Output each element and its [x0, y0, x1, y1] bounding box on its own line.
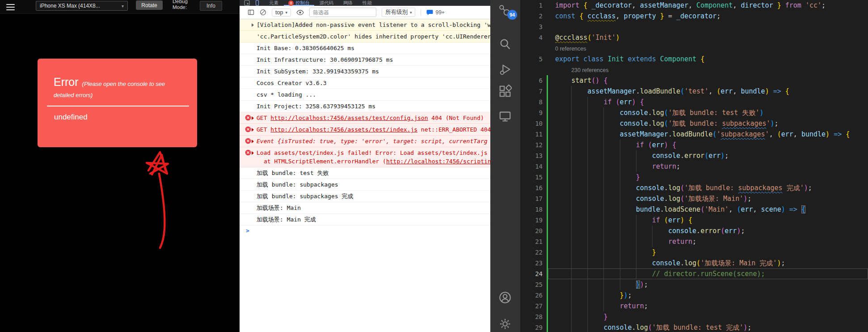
settings-gear-icon[interactable] [498, 317, 512, 331]
code-line-content: } [548, 311, 868, 322]
line-number[interactable]: 27 [520, 301, 543, 311]
line-number[interactable]: 28 [520, 311, 543, 322]
line-number[interactable]: 26 [520, 290, 543, 301]
line-number[interactable]: 14 [520, 161, 543, 172]
rotate-button[interactable]: Rotate [136, 0, 163, 10]
console-sidebar-icon[interactable] [248, 9, 254, 16]
line-number[interactable]: 3 [520, 21, 543, 32]
device-selector[interactable]: iPhone XS Max (414X8... ▾ [36, 1, 128, 11]
code-line: 16 console.log('加载 bundle: subpackages 完… [520, 183, 868, 193]
console-messages: [Violation]Added non-passive event liste… [240, 19, 490, 226]
expand-triangle-icon[interactable] [252, 128, 254, 132]
code-line-content: console.log('加载 bundle: subpackages 完成')… [548, 183, 868, 193]
line-number[interactable]: 7 [520, 86, 543, 97]
line-number[interactable]: 4 [520, 32, 543, 43]
line-number[interactable]: 25 [520, 279, 543, 290]
code-line-content: start() { [548, 75, 868, 86]
codelens-row: 0 references [520, 43, 868, 54]
console-row: Init Base: 0.383056640625 ms [240, 43, 490, 54]
extensions-icon[interactable] [498, 85, 512, 98]
inspect-icon[interactable] [244, 0, 250, 6]
console-filter-input[interactable] [309, 8, 376, 17]
code-line: 18 bundle.loadScene('Main', (err, scene)… [520, 204, 868, 215]
line-number[interactable]: 13 [520, 150, 543, 161]
devtools-tab[interactable]: 网络 [339, 0, 357, 6]
console-message-text: Init Infrastructure: 30.069091796875 ms [257, 56, 393, 63]
line-number[interactable]: 16 [520, 183, 543, 193]
indent-guide [603, 150, 604, 161]
code-line-content: // director.runScene(scene); [548, 268, 868, 279]
line-number[interactable]: 11 [520, 129, 543, 140]
menu-icon[interactable] [6, 2, 15, 12]
console-link[interactable]: http://localhost:7456/assets/test/config… [270, 115, 428, 121]
javascript-context-selector[interactable]: top ▾ [272, 9, 291, 17]
devtools-tab[interactable]: 源代码 [315, 0, 338, 6]
devtools-tab[interactable]: 性能 [358, 0, 376, 6]
line-number[interactable]: 17 [520, 193, 543, 204]
expand-triangle-icon[interactable] [252, 116, 254, 120]
indent-guide [603, 172, 604, 183]
indent-guide [587, 247, 588, 258]
messages-bubble-icon[interactable] [426, 9, 433, 16]
line-number[interactable]: 1 [520, 0, 543, 11]
console-prompt[interactable]: > [240, 226, 490, 237]
log-levels-selector[interactable]: 所有级别 ▾ [382, 8, 416, 17]
indent-guide [603, 118, 604, 129]
line-number[interactable]: 10 [520, 118, 543, 129]
code-line: 22 } [520, 247, 868, 258]
indent-guide [571, 140, 572, 150]
devtools-tab-label: 控制台 [295, 0, 310, 6]
indent-guide [571, 150, 572, 161]
codelens-references[interactable]: 230 references [571, 65, 608, 75]
console-row: 加载场景: Main [240, 202, 490, 214]
indent-guide [571, 279, 572, 290]
line-number[interactable]: 20 [520, 226, 543, 236]
line-number[interactable]: 22 [520, 247, 543, 258]
line-number[interactable]: 19 [520, 215, 543, 226]
code-line: 21 return; [520, 236, 868, 247]
indent-guide [571, 107, 572, 118]
line-number[interactable]: 12 [520, 140, 543, 150]
codelens-row: 230 references [520, 64, 868, 75]
console-message-text: at HTMLScriptElement.errorHandler (http:… [257, 157, 488, 165]
search-icon[interactable] [498, 38, 512, 51]
codelens-references[interactable]: 0 references [555, 43, 586, 54]
live-expression-eye-icon[interactable] [296, 10, 304, 15]
line-number[interactable]: 2 [520, 11, 543, 21]
remote-explorer-icon[interactable] [498, 110, 512, 123]
line-number[interactable]: 18 [520, 204, 543, 215]
debug-mode-selector[interactable]: Info [200, 1, 222, 11]
expand-triangle-icon[interactable] [252, 151, 254, 155]
line-number[interactable]: 29 [520, 322, 543, 332]
run-debug-icon[interactable] [498, 63, 512, 76]
console-link[interactable]: http://localhost:7456/scripting/ [386, 158, 490, 165]
line-number[interactable]: 5 [520, 54, 543, 64]
console-link[interactable]: http://localhost:7456/assets/test/index.… [270, 126, 417, 133]
line-number[interactable]: 15 [520, 172, 543, 183]
account-icon[interactable] [498, 291, 512, 304]
devtools-tab[interactable]: 元素 [265, 0, 283, 6]
line-number[interactable]: 6 [520, 75, 543, 86]
expand-triangle-icon[interactable] [252, 23, 254, 27]
activity-badge: 94 [507, 10, 517, 20]
devtools-tab[interactable]: 8控制台 [284, 0, 314, 6]
clear-console-icon[interactable] [260, 9, 266, 16]
indent-guide [571, 258, 572, 268]
line-number[interactable]: 8 [520, 97, 543, 107]
code-line: 17 console.log('加载场景: Main'); [520, 193, 868, 204]
indent-guide [620, 204, 620, 215]
line-number[interactable]: 21 [520, 236, 543, 247]
console-row: 加载场景: Main 完成 [240, 214, 490, 226]
hierarchy-icon[interactable]: 94 [497, 4, 512, 18]
line-number[interactable]: 24 [520, 268, 543, 279]
divider [47, 106, 189, 106]
indent-guide [571, 118, 572, 129]
expand-triangle-icon[interactable] [252, 140, 254, 143]
editor-panel: 1import { _decorator, assetManager, Comp… [520, 0, 868, 332]
line-number[interactable]: 9 [520, 107, 543, 118]
indent-guide [587, 236, 588, 247]
error-count-badge: 8 [288, 0, 294, 6]
line-number[interactable]: 23 [520, 258, 543, 268]
console-row: Event {isTrusted: true, type: 'error', t… [240, 136, 490, 147]
device-toolbar-icon[interactable] [254, 0, 260, 6]
